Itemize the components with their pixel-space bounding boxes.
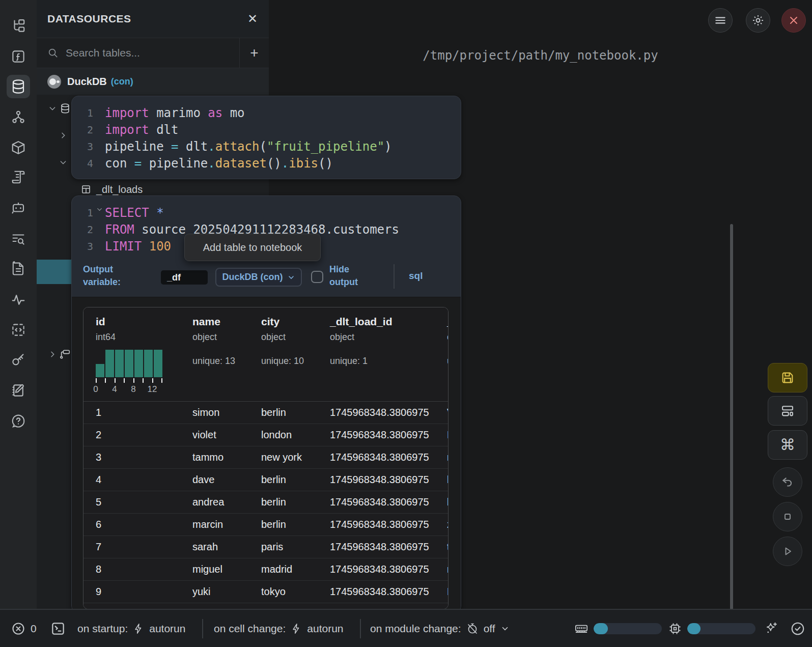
chevron-right-icon[interactable] (59, 131, 67, 139)
table-cell: madrid (254, 564, 323, 575)
save-button[interactable] (768, 363, 807, 392)
code-line: con = pipeline.dataset().ibis() (105, 155, 333, 172)
run-button[interactable] (773, 537, 802, 566)
column-header-_dlt_load_id[interactable]: _dlt_load_idobjectunique: 1 (323, 307, 440, 401)
settings-button[interactable] (746, 8, 770, 33)
tracing-icon[interactable] (7, 288, 30, 312)
id-histogram: 04812 (96, 350, 162, 393)
snippets-icon[interactable] (7, 318, 30, 342)
column-header-city[interactable]: cityobjectunique: 10 (254, 307, 323, 401)
table-row: 6marcinberlin1745968348.3806975z (83, 514, 449, 536)
chevron-down-icon[interactable] (59, 158, 67, 166)
terminal-button[interactable] (50, 610, 66, 647)
table-cell: 4 (83, 474, 185, 486)
python-code-cell[interactable]: 1import marimo as mo2import dlt3pipeline… (71, 96, 461, 179)
scripts-icon[interactable] (7, 165, 30, 189)
column-header-id[interactable]: idint6404812 (83, 307, 185, 401)
search-row: Search tables... + (37, 38, 269, 68)
python-code-editor[interactable]: 1import marimo as mo2import dlt3pipeline… (72, 96, 461, 177)
documentation-icon[interactable] (7, 257, 30, 280)
on-cell-change-value: autorun (307, 623, 343, 635)
table-cell: E (440, 586, 449, 598)
vertical-scrollbar[interactable] (730, 224, 733, 610)
table-row: 9yukitokyo1745968348.3806975E (83, 581, 449, 603)
table-row: 3tammonew york1745968348.3806975r (83, 446, 449, 469)
on-cell-change-setting[interactable]: on cell change: autorun (214, 610, 344, 647)
packages-icon[interactable] (7, 136, 30, 159)
table-cell: berlin (254, 474, 323, 486)
stop-button[interactable] (773, 502, 802, 531)
table-row: 1simonberlin1745968348.3806975V (83, 402, 449, 424)
table-cell: sarah (185, 541, 254, 553)
table-cell: 1745968348.3806975 (323, 429, 440, 441)
hamburger-icon (714, 14, 727, 27)
statusbar-divider (360, 619, 361, 638)
table-cell: 1745968348.3806975 (323, 452, 440, 463)
table-cell: D (440, 429, 449, 441)
on-module-change-setting[interactable]: on module change: off (370, 610, 510, 647)
layout-button[interactable] (768, 396, 807, 426)
hide-output-checkbox[interactable] (311, 271, 323, 283)
line-number: 2 (72, 221, 93, 238)
output-variable-label: Output variable: (83, 263, 139, 289)
stop-icon (781, 511, 794, 523)
chatbot-icon[interactable] (7, 196, 30, 219)
table-cell: 6 (83, 519, 185, 530)
chevron-right-icon[interactable] (48, 350, 57, 358)
table-cell: dave (185, 474, 254, 486)
output-variable-input[interactable]: _df (161, 270, 208, 285)
code-line: import marimo as mo (105, 105, 245, 122)
add-table-tooltip: Add table to notebook (184, 234, 321, 261)
undo-button[interactable] (773, 467, 802, 497)
fold-chevron-icon[interactable] (96, 206, 103, 213)
connection-status[interactable] (790, 610, 805, 647)
column-header-name[interactable]: nameobjectunique: 13 (185, 307, 254, 401)
table-cell: 2 (83, 429, 185, 441)
chevron-down-icon (500, 624, 510, 633)
table-cell: h (440, 474, 449, 486)
table-cell: 1745968348.3806975 (323, 496, 440, 508)
dataframe-table[interactable]: idint6404812nameobjectunique: 13cityobje… (83, 307, 449, 609)
panel-header: DATASOURCES ✕ (37, 0, 269, 38)
panel-close-icon[interactable]: ✕ (247, 12, 258, 25)
functions-icon[interactable] (7, 45, 30, 68)
column-header-_dlt_id[interactable]: _dlt_idobjectunique: 13 (440, 307, 449, 401)
table-cell: tammo (185, 452, 254, 463)
layout-icon (780, 404, 795, 418)
sql-meta-row: Output variable: _df DuckDB (con) Hide o… (72, 260, 461, 297)
secrets-icon[interactable] (7, 348, 30, 372)
bolt-icon (291, 623, 302, 634)
search-input[interactable]: Search tables... (37, 38, 239, 68)
table-cell: 1745968348.3806975 (323, 474, 440, 486)
line-number: 2 (72, 122, 93, 138)
tree-item-label: _dlt_loads (96, 184, 143, 195)
undo-icon (781, 475, 794, 489)
schema-icon (60, 349, 71, 360)
terminal-icon (50, 621, 66, 637)
table-row: 7sarahparis1745968348.3806975t (83, 536, 449, 558)
table-cell: V (440, 407, 449, 418)
ai-assist-button[interactable] (764, 610, 779, 647)
add-datasource-button[interactable]: + (239, 38, 269, 68)
menu-button[interactable] (708, 8, 733, 33)
search-icon (47, 47, 59, 59)
on-startup-setting[interactable]: on startup: autorun (77, 610, 185, 647)
scratchpad-icon[interactable] (7, 379, 30, 402)
cpu-progress-bar (687, 623, 755, 634)
logs-search-icon[interactable] (7, 227, 30, 250)
dependency-graph-icon[interactable] (7, 105, 30, 129)
cpu-icon (668, 622, 682, 636)
file-tree-icon[interactable] (7, 14, 30, 38)
status-bar: 0 on startup: autorun on cell change: au… (0, 609, 812, 647)
connection-row[interactable]: DuckDB (con) (37, 68, 269, 95)
datasources-icon[interactable] (7, 75, 30, 98)
help-icon[interactable] (7, 409, 30, 433)
keyboard-shortcuts-button[interactable]: ⌘ (768, 430, 807, 460)
panel-title: DATASOURCES (47, 13, 131, 25)
engine-dropdown[interactable]: DuckDB (con) (215, 268, 302, 287)
error-indicator[interactable]: 0 (11, 610, 37, 647)
close-app-button[interactable] (781, 8, 806, 33)
line-number: 1 (72, 205, 93, 221)
chevron-down-icon[interactable] (48, 104, 57, 112)
error-count: 0 (31, 623, 37, 635)
